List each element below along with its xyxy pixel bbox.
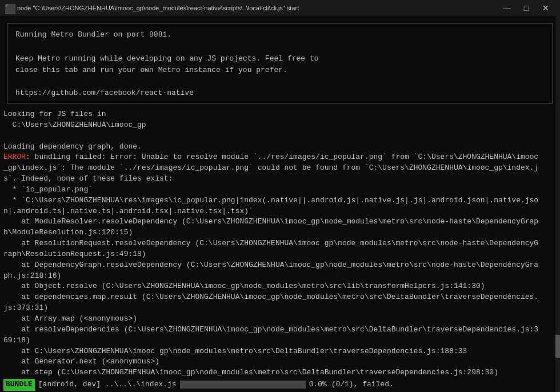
terminal-line: at DependencyGraph.resolveDependency (C:…: [0, 260, 560, 271]
scrollbar-thumb[interactable]: [555, 335, 560, 358]
welcome-line5: [15, 77, 545, 89]
terminal-line: Loading dependency graph, done.: [0, 142, 560, 153]
terminal-line: Looking for JS files in: [0, 109, 560, 120]
title-bar-left: ⬛ node "C:\Users\ZHONGZHENHUA\imooc_gp\n…: [5, 3, 299, 13]
terminal-line: * `C:\Users\ZHONGZHENHUA\res\images\ic_p…: [0, 195, 560, 206]
terminal-line: at Generator.next (<anonymous>): [0, 357, 560, 367]
terminal-line: at C:\Users\ZHONGZHENHUA\imooc_gp\node_m…: [0, 346, 560, 357]
terminal-line: at step (C:\Users\ZHONGZHENHUA\imooc_gp\…: [0, 367, 560, 378]
welcome-line4: close this tab and run your own Metro in…: [15, 65, 545, 77]
terminal-line: * `ic_popular.png`: [0, 185, 560, 195]
terminal-line: at dependencies.map.result (C:\Users\ZHO…: [0, 292, 560, 303]
terminal-window: Running Metro Bundler on port 8081. Keep…: [0, 16, 560, 392]
close-button[interactable]: ✕: [536, 0, 555, 16]
bundle-info: [android, dev] ..\..\.\index.js: [38, 379, 177, 391]
bundle-progress-bar: [180, 381, 306, 389]
terminal-line: at ResolutionRequest.resolveDependency (…: [0, 238, 560, 249]
window-title: node "C:\Users\ZHONGZHENHUA\imooc_gp\nod…: [17, 5, 299, 11]
bundle-bar: BUNDLE [android, dev] ..\..\.\index.js 0…: [0, 379, 560, 391]
terminal-line: js:373:31): [0, 303, 560, 314]
terminal-line: n|.android.ts|.native.ts|.android.tsx|.n…: [0, 206, 560, 217]
terminal-line: [0, 131, 560, 142]
welcome-line3: Keep Metro running while developing on a…: [15, 53, 545, 65]
error-line: ERROR: bundling failed: Error: Unable to…: [0, 152, 560, 163]
welcome-line2: [15, 41, 545, 53]
terminal-line: 69:18): [0, 335, 560, 346]
app-icon: ⬛: [5, 3, 14, 13]
title-bar: ⬛ node "C:\Users\ZHONGZHENHUA\imooc_gp\n…: [0, 0, 560, 16]
minimize-button[interactable]: —: [497, 0, 517, 16]
bundle-label: BUNDLE: [3, 379, 35, 391]
terminal-line: ph.js:218:16): [0, 271, 560, 282]
terminal-line: raph\ResolutionRequest.js:49:18): [0, 249, 560, 260]
window-controls[interactable]: — □ ✕: [497, 0, 555, 16]
terminal-line: h\ModuleResolution.js:120:15): [0, 227, 560, 238]
terminal-line: at Object.resolve (C:\Users\ZHONGZHENHUA…: [0, 281, 560, 292]
terminal-line: at Array.map (<anonymous>): [0, 314, 560, 325]
welcome-box: Running Metro Bundler on port 8081. Keep…: [7, 23, 553, 103]
terminal-line: at ModuleResolver.resolveDependency (C:\…: [0, 217, 560, 227]
terminal-line: _gp\index.js`: The module `../res/images…: [0, 163, 560, 174]
terminal-line: C:\Users\ZHONGZHENHUA\imooc_gp: [0, 120, 560, 131]
maximize-button[interactable]: □: [517, 0, 536, 16]
terminal-line: s`. Indeed, none of these files exist:: [0, 174, 560, 185]
welcome-link: https://github.com/facebook/react-native: [15, 89, 545, 97]
bundle-percent: 0.0% (0/1), failed.: [309, 379, 394, 391]
terminal-line: at resolveDependencies (C:\Users\ZHONGZH…: [0, 325, 560, 335]
welcome-line1: Running Metro Bundler on port 8081.: [15, 29, 545, 41]
scrollbar[interactable]: [555, 16, 560, 392]
